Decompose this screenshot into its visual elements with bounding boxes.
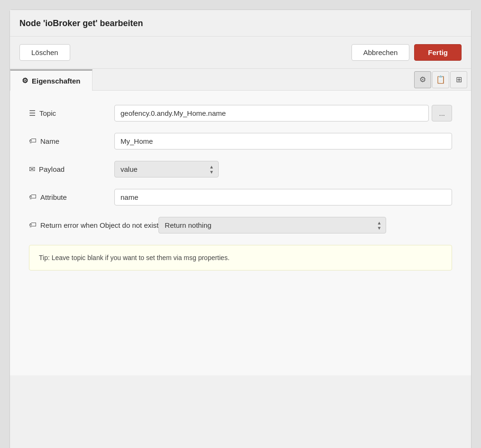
return-error-label-wrap: 🏷 Return error when Object do not exist xyxy=(29,217,158,229)
layout-icon: ⊞ xyxy=(456,75,462,84)
delete-button[interactable]: Löschen xyxy=(19,44,70,61)
payload-row: ✉ Payload value full object string numbe… xyxy=(29,161,452,177)
topic-control: ... xyxy=(114,105,452,121)
return-error-label-main: 🏷 Return error when Object do not exist xyxy=(29,221,158,229)
payload-label: Payload xyxy=(39,165,65,173)
return-error-select-wrap: Return nothing Return error Return null … xyxy=(158,217,386,233)
attribute-icon: 🏷 xyxy=(29,193,37,201)
notes-icon: 📋 xyxy=(436,75,445,84)
payload-select[interactable]: value full object string number boolean xyxy=(114,161,219,177)
tab-icon-notes[interactable]: 📋 xyxy=(432,71,449,88)
settings-icon: ⚙ xyxy=(419,75,426,84)
name-label-wrap: 🏷 Name xyxy=(29,133,114,145)
payload-select-wrap: value full object string number boolean … xyxy=(114,161,219,177)
topic-label-wrap: ☰ Topic xyxy=(29,105,114,118)
attribute-input[interactable] xyxy=(114,189,452,205)
tab-properties[interactable]: ⚙ Eigenschaften xyxy=(10,69,92,91)
tab-icons: ⚙ 📋 ⊞ xyxy=(414,71,471,88)
attribute-control xyxy=(114,189,452,205)
name-row: 🏷 Name xyxy=(29,133,452,149)
payload-label-wrap: ✉ Payload xyxy=(29,161,114,174)
cancel-button[interactable]: Abbrechen xyxy=(352,44,410,61)
toolbar: Löschen Abbrechen Fertig xyxy=(10,37,471,69)
name-label: Name xyxy=(40,137,59,145)
tip-box: Tip: Leave topic blank if you want to se… xyxy=(29,245,452,271)
node-edit-dialog: Node 'ioBroker get' bearbeiten Löschen A… xyxy=(9,9,472,448)
tab-properties-label: Eigenschaften xyxy=(32,77,81,85)
tip-text: Tip: Leave topic blank if you want to se… xyxy=(39,254,230,261)
return-error-icon: 🏷 xyxy=(29,221,37,229)
gear-icon: ⚙ xyxy=(22,76,28,85)
tab-icon-layout[interactable]: ⊞ xyxy=(450,71,467,88)
topic-input[interactable] xyxy=(114,105,429,121)
return-error-select[interactable]: Return nothing Return error Return null xyxy=(158,217,386,233)
payload-icon: ✉ xyxy=(29,165,35,174)
done-button[interactable]: Fertig xyxy=(414,44,462,61)
return-error-label: Return error when Object do not exist xyxy=(40,221,158,229)
return-error-label-multi: 🏷 Return error when Object do not exist xyxy=(29,221,158,229)
dialog-title: Node 'ioBroker get' bearbeiten xyxy=(10,10,471,37)
attribute-row: 🏷 Attribute xyxy=(29,189,452,205)
topic-label: Topic xyxy=(39,109,56,117)
name-control xyxy=(114,133,452,149)
topic-row: ☰ Topic ... xyxy=(29,105,452,121)
attribute-label: Attribute xyxy=(40,193,67,201)
topic-browse-button[interactable]: ... xyxy=(432,105,452,121)
properties-area: ☰ Topic ... 🏷 Name ✉ Payload xyxy=(10,91,471,375)
payload-control: value full object string number boolean … xyxy=(114,161,452,177)
return-error-row: 🏷 Return error when Object do not exist … xyxy=(29,217,452,233)
tab-icon-settings[interactable]: ⚙ xyxy=(414,71,431,88)
name-input[interactable] xyxy=(114,133,452,149)
tabs-row: ⚙ Eigenschaften ⚙ 📋 ⊞ xyxy=(10,69,471,91)
return-error-control: Return nothing Return error Return null … xyxy=(158,217,452,233)
attribute-label-wrap: 🏷 Attribute xyxy=(29,189,114,201)
name-icon: 🏷 xyxy=(29,137,37,145)
topic-icon: ☰ xyxy=(29,109,36,118)
